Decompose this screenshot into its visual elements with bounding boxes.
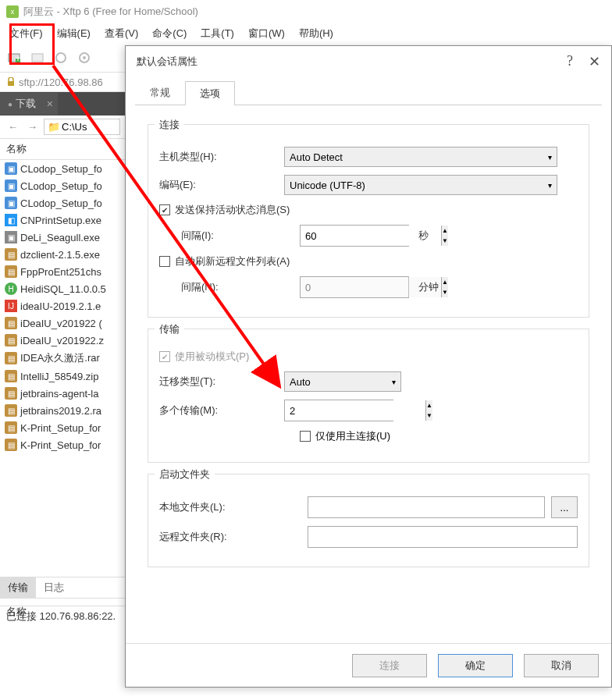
label-main-only: 仅使用主连接(U) <box>315 429 390 443</box>
file-row[interactable]: IJideaIU-2019.2.1.e <box>0 297 125 314</box>
nav-back-icon[interactable]: ← <box>5 121 21 133</box>
file-icon: ▣ <box>5 162 17 175</box>
file-row[interactable]: ▤dzclient-2.1.5.exe <box>0 246 125 263</box>
label-autorefresh: 自动刷新远程文件列表(A) <box>175 254 290 268</box>
col-name[interactable]: 名称 <box>0 139 125 160</box>
help-icon[interactable]: ? <box>567 53 573 70</box>
file-icon: ▤ <box>5 370 17 382</box>
multi-spinner[interactable]: ▲▼ <box>284 400 393 421</box>
file-row[interactable]: ▣CLodop_Setup_fo <box>0 160 125 177</box>
dialog-tabs: 常规 选项 <box>135 80 602 105</box>
menu-edit[interactable]: 编辑(E) <box>51 24 97 43</box>
label-keepalive: 发送保持活动状态消息(S) <box>175 203 290 217</box>
file-row[interactable]: ▤IDEA永久激活.rar <box>0 349 125 368</box>
file-row[interactable]: ▤iDeaIU_v201922 ( <box>0 314 125 332</box>
file-row[interactable]: ▣DeLi_Seagull.exe <box>0 229 125 246</box>
file-row[interactable]: ◧CNPrintSetup.exe <box>0 211 125 229</box>
file-name: jetbrains-agent-la <box>20 388 98 400</box>
tab-log[interactable]: 日志 <box>36 577 72 598</box>
group-label: 连接 <box>155 118 184 132</box>
menu-view[interactable]: 查看(V) <box>98 24 144 43</box>
file-row[interactable]: ▤jetbrains-agent-la <box>0 385 125 402</box>
spin-up-icon[interactable]: ▲ <box>442 226 448 236</box>
file-name: iDeaIU_v201922 ( <box>20 318 102 329</box>
tab-label: 下载 <box>16 97 36 111</box>
interval2-spinner: ▲▼ <box>300 276 409 298</box>
file-row[interactable]: ▤jetbrains2019.2.ra <box>0 402 125 419</box>
file-icon: IJ <box>5 300 17 312</box>
open-session-icon[interactable] <box>30 50 45 66</box>
nav-forward-icon[interactable]: → <box>24 121 41 133</box>
file-name: IntelliJ_58549.zip <box>20 371 98 382</box>
label-passive: 使用被动模式(P) <box>175 350 249 364</box>
new-session-icon[interactable]: + <box>6 50 22 66</box>
checkbox-autorefresh[interactable] <box>159 256 170 267</box>
file-row[interactable]: ▣CLodop_Setup_fo <box>0 177 125 194</box>
ok-button[interactable]: 确定 <box>438 654 513 677</box>
tab-transfer[interactable]: 传输 <box>0 577 36 598</box>
menu-help[interactable]: 帮助(H) <box>293 24 340 43</box>
checkbox-keepalive[interactable]: ✔ <box>159 204 170 215</box>
dialog-title: 默认会话属性 <box>137 55 197 69</box>
unit-seconds: 秒 <box>418 229 429 243</box>
dialog-buttons: 连接 确定 取消 <box>126 643 611 687</box>
spin-up-icon[interactable]: ▲ <box>426 400 432 410</box>
encoding-select[interactable]: Unicode (UTF-8)▾ <box>284 175 557 195</box>
group-label: 启动文件夹 <box>155 467 215 481</box>
file-icon: ▤ <box>5 265 17 278</box>
local-folder-input[interactable] <box>308 496 545 518</box>
drive-icon: 📁 <box>48 121 60 133</box>
path-text: C:\Us <box>62 121 87 133</box>
file-icon: ▤ <box>5 248 17 261</box>
file-row[interactable]: ▤IntelliJ_58549.zip <box>0 368 125 385</box>
file-row[interactable]: ▤K-Print_Setup_for <box>0 419 125 436</box>
file-icon: ▤ <box>5 352 17 364</box>
nav-row: ← → 📁 C:\Us <box>0 115 125 139</box>
spin-down-icon[interactable]: ▼ <box>442 236 448 246</box>
file-list[interactable]: ▣CLodop_Setup_fo▣CLodop_Setup_fo▣CLodop_… <box>0 160 125 453</box>
host-type-select[interactable]: Auto Detect▾ <box>284 147 557 167</box>
tab-downloads[interactable]: ● 下载 × <box>0 93 58 115</box>
transfer-type-select[interactable]: Auto▾ <box>284 371 401 392</box>
close-icon[interactable]: × <box>47 98 53 110</box>
label-multi: 多个传输(M): <box>159 403 284 418</box>
bullet-icon: ● <box>8 100 12 108</box>
select-value: Unicode (UTF-8) <box>290 179 365 191</box>
file-row[interactable]: HHeidiSQL_11.0.0.5 <box>0 280 125 297</box>
multi-input[interactable] <box>285 400 425 421</box>
bottom-tabs: 传输 日志 <box>0 577 125 599</box>
file-row[interactable]: ▤iDeaIU_v201922.z <box>0 332 125 349</box>
tab-general[interactable]: 常规 <box>135 80 185 105</box>
file-icon: ▤ <box>5 387 17 400</box>
spin-down-icon[interactable]: ▼ <box>426 410 432 421</box>
label-interval2: 间隔(N): <box>159 280 284 294</box>
cancel-button[interactable]: 取消 <box>524 654 599 677</box>
properties-icon[interactable] <box>76 50 92 66</box>
checkbox-passive: ✔ <box>159 351 170 362</box>
reconnect-icon[interactable] <box>53 50 69 66</box>
file-row[interactable]: ▤FppProEnt251chs <box>0 263 125 280</box>
file-name: CNPrintSetup.exe <box>20 215 101 226</box>
file-icon: H <box>5 282 17 295</box>
app-icon: x <box>6 5 19 18</box>
local-tab-strip: ● 下载 × <box>0 92 125 115</box>
file-name: K-Print_Setup_for <box>20 439 101 451</box>
svg-text:+: + <box>15 52 21 64</box>
browse-button[interactable]: ... <box>551 496 578 518</box>
file-name: dzclient-2.1.5.exe <box>20 249 100 261</box>
menu-tools[interactable]: 工具(T) <box>194 24 240 43</box>
tab-options[interactable]: 选项 <box>185 81 235 105</box>
menu-window[interactable]: 窗口(W) <box>242 24 291 43</box>
close-icon[interactable]: ✕ <box>589 53 600 70</box>
menu-command[interactable]: 命令(C) <box>146 24 193 43</box>
menu-file[interactable]: 文件(F) <box>3 24 49 43</box>
titlebar: x 阿里云 - Xftp 6 (Free for Home/School) <box>0 0 612 23</box>
file-row[interactable]: ▤K-Print_Setup_for <box>0 436 125 453</box>
path-field[interactable]: 📁 C:\Us <box>44 119 120 135</box>
file-row[interactable]: ▣CLodop_Setup_fo <box>0 194 125 211</box>
options-panel: 连接 主机类型(H): Auto Detect▾ 编码(E): Unicode … <box>135 105 602 586</box>
remote-folder-input[interactable] <box>308 526 578 548</box>
interval1-spinner[interactable]: ▲▼ <box>300 225 409 247</box>
file-icon: ▤ <box>5 421 17 434</box>
checkbox-main-only[interactable] <box>300 431 311 442</box>
